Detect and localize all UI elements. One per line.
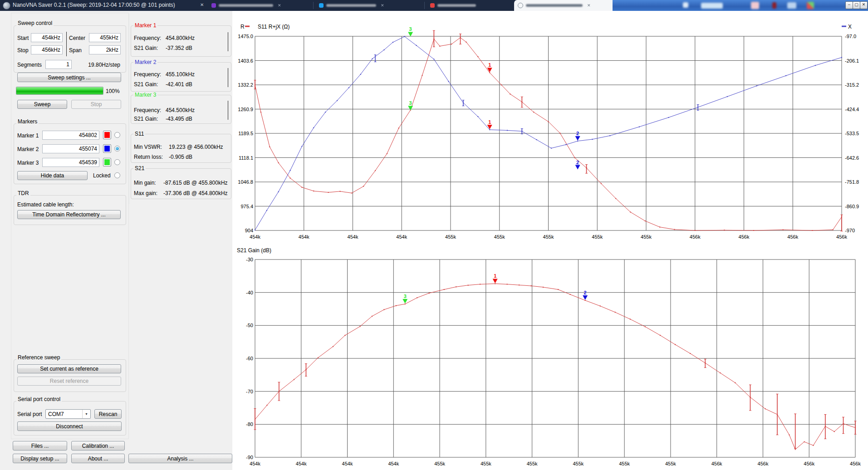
serial-port-select[interactable]: COM7 ▼ bbox=[45, 409, 91, 419]
data-point bbox=[753, 230, 754, 231]
about-button[interactable]: About ... bbox=[71, 454, 125, 463]
marker-3-color-button[interactable] bbox=[103, 158, 111, 166]
tab-close-icon[interactable]: ✕ bbox=[278, 3, 281, 8]
rescan-button[interactable]: Rescan bbox=[94, 409, 122, 419]
chart-marker-1[interactable] bbox=[493, 279, 498, 283]
start-label: Start bbox=[17, 35, 29, 41]
tdr-button[interactable]: Time Domain Reflectometry ... bbox=[17, 210, 121, 219]
min-vswr-value: 19.223 @ 456.000kHz bbox=[169, 144, 223, 150]
files-button[interactable]: Files ... bbox=[13, 441, 67, 450]
right-tick-label: -751.8 bbox=[845, 179, 859, 185]
maximize-button[interactable]: ▢ bbox=[853, 1, 860, 9]
data-point bbox=[433, 59, 434, 59]
segments-input[interactable] bbox=[45, 60, 72, 69]
data-point bbox=[383, 49, 384, 50]
charts-canvas[interactable]: 454k454k454k454k455k455k455k455k455k456k… bbox=[232, 11, 868, 470]
left-tick-label: -30 bbox=[246, 257, 253, 262]
locked-label: Locked bbox=[93, 172, 111, 179]
span-input[interactable] bbox=[89, 45, 121, 54]
tab-separator bbox=[424, 2, 425, 9]
data-point bbox=[417, 297, 417, 298]
calibration-button[interactable]: Calibration ... bbox=[71, 441, 125, 450]
data-point bbox=[750, 397, 750, 398]
marker-3-scroll-handle[interactable] bbox=[228, 101, 228, 120]
data-point bbox=[609, 135, 610, 136]
marker-2-scroll-handle[interactable] bbox=[228, 68, 228, 87]
data-point bbox=[279, 391, 280, 392]
charts-panel: 454k454k454k454k455k455k455k455k455k456k… bbox=[232, 11, 868, 470]
data-point bbox=[615, 312, 616, 313]
stop-input[interactable] bbox=[31, 45, 63, 54]
left-tick-label: -70 bbox=[246, 389, 253, 394]
sweep-button[interactable]: Sweep bbox=[17, 100, 67, 109]
data-point bbox=[843, 423, 844, 424]
data-point bbox=[630, 212, 631, 213]
marker-3-input[interactable] bbox=[42, 158, 99, 167]
data-point bbox=[351, 193, 352, 194]
data-point bbox=[466, 42, 466, 43]
start-input[interactable] bbox=[31, 33, 63, 42]
data-point bbox=[416, 45, 417, 46]
data-point bbox=[815, 65, 816, 66]
data-point bbox=[383, 309, 384, 310]
sweep-settings-button[interactable]: Sweep settings ... bbox=[17, 73, 121, 82]
data-point bbox=[789, 435, 790, 436]
chart-marker-2[interactable] bbox=[575, 136, 580, 141]
reset-reference-button[interactable]: Reset reference bbox=[17, 377, 121, 386]
marker-3-radio[interactable] bbox=[114, 159, 120, 165]
center-input[interactable] bbox=[89, 33, 121, 42]
data-point bbox=[337, 100, 338, 101]
x-tick-label: 456k bbox=[804, 461, 814, 466]
tab-close-icon[interactable]: ✕ bbox=[381, 3, 384, 8]
left-tick-label: -80 bbox=[246, 421, 253, 427]
x-tick-label: 456k bbox=[711, 461, 722, 466]
stop-button[interactable]: Stop bbox=[71, 100, 121, 109]
marker-1-input[interactable] bbox=[42, 131, 99, 140]
min-gain-value: -87.615 dB @ 455.800kHz bbox=[163, 180, 228, 186]
marker-2-radio[interactable] bbox=[114, 146, 120, 152]
data-point bbox=[489, 72, 490, 73]
data-point bbox=[834, 431, 835, 432]
data-point bbox=[305, 369, 306, 370]
blurred-icon bbox=[787, 2, 796, 9]
chart-marker-1[interactable] bbox=[487, 125, 492, 129]
title-bar[interactable]: NanoVNA Saver 0.2.1 (Sweep: 2019-12-04 1… bbox=[0, 0, 868, 11]
chart-marker-3[interactable] bbox=[408, 106, 413, 110]
chart-marker-2[interactable] bbox=[583, 295, 588, 300]
tab-favicon bbox=[319, 3, 324, 8]
disconnect-button[interactable]: Disconnect bbox=[17, 421, 122, 431]
marker-1-color-button[interactable] bbox=[103, 131, 111, 139]
chart-marker-2[interactable] bbox=[575, 165, 580, 170]
analysis-button[interactable]: Analysis ... bbox=[128, 454, 232, 463]
close-icon[interactable]: ✕ bbox=[200, 2, 204, 7]
browser-tab-1[interactable]: ✕ bbox=[208, 0, 317, 11]
display-setup-button[interactable]: Display setup ... bbox=[13, 454, 67, 463]
locked-radio[interactable] bbox=[114, 172, 120, 178]
data-point bbox=[521, 131, 522, 132]
chart-marker-3[interactable] bbox=[408, 32, 413, 36]
close-button[interactable]: ✕ bbox=[860, 1, 868, 9]
data-point bbox=[565, 144, 566, 145]
stop-label: Stop bbox=[17, 47, 29, 54]
minimize-button[interactable]: – bbox=[845, 1, 853, 9]
browser-tab-3[interactable] bbox=[427, 0, 518, 11]
data-point bbox=[344, 335, 345, 336]
chevron-down-icon: ▼ bbox=[82, 410, 90, 418]
chart-title: S21 Gain (dB) bbox=[237, 247, 271, 254]
marker-2-frequency: 455.100kHz bbox=[166, 71, 195, 78]
marker-1-radio[interactable] bbox=[114, 132, 120, 138]
left-tick-label: 1189.5 bbox=[238, 131, 253, 136]
left-tick-label: -90 bbox=[246, 455, 253, 460]
hide-data-button[interactable]: Hide data bbox=[17, 171, 88, 180]
marker-1-scroll-handle[interactable] bbox=[228, 32, 228, 51]
marker-2-input[interactable] bbox=[42, 144, 99, 153]
browser-tab-2[interactable]: ✕ bbox=[315, 0, 429, 11]
marker-2-color-button[interactable] bbox=[103, 144, 111, 153]
tab-close-icon[interactable]: ✕ bbox=[587, 3, 591, 8]
data-point bbox=[269, 147, 270, 147]
data-point bbox=[468, 285, 469, 286]
blurred-tab-text bbox=[437, 4, 476, 7]
x-tick-label: 455k bbox=[573, 461, 584, 466]
set-reference-button[interactable]: Set current as reference bbox=[17, 364, 121, 373]
browser-tab-active[interactable]: ✕ bbox=[514, 0, 618, 11]
